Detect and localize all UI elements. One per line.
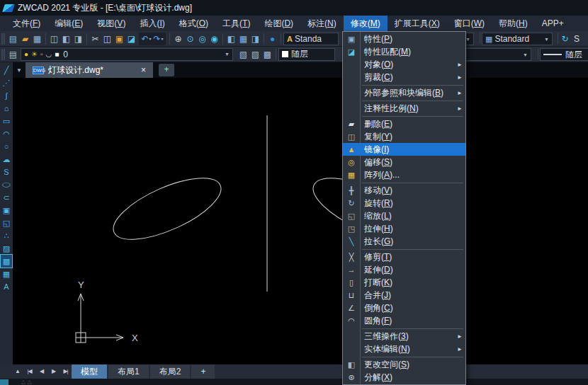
plot-icon[interactable]: ◨ bbox=[72, 33, 84, 45]
menu-dimension[interactable]: 标注(N) bbox=[300, 16, 344, 31]
menu-item-extend[interactable]: →延伸(D) bbox=[343, 263, 465, 276]
document-tab-active[interactable]: DWG 灯球设计.dwg* × bbox=[26, 62, 153, 78]
menu-help[interactable]: 帮助(H) bbox=[492, 16, 535, 31]
layer-combo[interactable]: ●☀▫◡■ 0 ▼ bbox=[21, 48, 233, 61]
ellipse-left[interactable] bbox=[106, 166, 229, 252]
menu-app-plus[interactable]: APP+ bbox=[535, 16, 571, 31]
make-object-layer-current-icon[interactable]: ▧ bbox=[237, 48, 249, 61]
chevron-down-icon[interactable]: ▼ bbox=[222, 52, 230, 57]
print-icon[interactable]: ◫ bbox=[48, 33, 60, 45]
mtext-icon[interactable]: A bbox=[1, 280, 12, 293]
circle-icon[interactable]: ○ bbox=[1, 140, 12, 153]
menu-item-fillet[interactable]: ◠圆角(F) bbox=[343, 314, 465, 327]
menu-insert[interactable]: 插入(I) bbox=[132, 16, 171, 31]
help-icon[interactable]: ● bbox=[266, 33, 278, 45]
drawing-canvas[interactable]: YX bbox=[13, 78, 588, 364]
menu-item-3d-operations[interactable]: 三维操作(3)► bbox=[343, 330, 465, 343]
menu-item-solids-editing[interactable]: 实体编辑(N)► bbox=[343, 343, 465, 355]
menu-item-xref-and-block-editing[interactable]: 外部参照和块编辑(B)► bbox=[343, 86, 465, 99]
menu-draw[interactable]: 绘图(D) bbox=[257, 16, 300, 31]
toolbar-grip[interactable] bbox=[1, 33, 5, 45]
layer-previous-icon[interactable]: ▨ bbox=[249, 48, 261, 61]
design-center-icon[interactable]: ▦ bbox=[237, 33, 249, 45]
polyline-icon[interactable]: ∫ bbox=[1, 89, 12, 102]
pan-icon[interactable]: ⊕ bbox=[172, 33, 184, 45]
chevron-down-icon[interactable]: ▼ bbox=[541, 37, 549, 42]
menu-item-array[interactable]: ▦阵列(A)... bbox=[343, 168, 465, 181]
menu-item-join[interactable]: ⊔合并(J) bbox=[343, 289, 465, 301]
tool-palettes-icon[interactable]: ◨ bbox=[249, 33, 261, 45]
open-file-icon[interactable]: ▰ bbox=[19, 33, 31, 45]
menu-tools[interactable]: 工具(T) bbox=[215, 16, 257, 31]
menu-view[interactable]: 视图(V) bbox=[90, 16, 132, 31]
rectangle-icon[interactable]: ▭ bbox=[1, 115, 12, 127]
ellipse-icon[interactable]: ◯ bbox=[1, 178, 12, 191]
arc-icon[interactable]: ◠ bbox=[1, 127, 12, 140]
tab-menu-button[interactable]: ▲ bbox=[11, 366, 23, 377]
menu-item-trim[interactable]: ╳修剪(T) bbox=[343, 251, 465, 263]
redo-icon[interactable]: ↷▾ bbox=[152, 33, 164, 45]
copy-icon[interactable]: ◫ bbox=[101, 33, 113, 45]
menu-format[interactable]: 格式(O) bbox=[172, 16, 215, 31]
menu-item-stretch[interactable]: ◳拉伸(H) bbox=[343, 222, 465, 235]
cut-icon[interactable]: ✂ bbox=[89, 33, 101, 45]
toolbar-grip[interactable] bbox=[1, 49, 5, 60]
standard-style-combo[interactable]: ▦ Standard ▼ bbox=[482, 33, 553, 45]
tab-new-layout[interactable]: + bbox=[191, 364, 215, 379]
menu-item-erase[interactable]: ▰删除(E) bbox=[343, 117, 465, 130]
chevron-down-icon[interactable]: ▾ bbox=[162, 33, 164, 45]
menu-item-scale[interactable]: ◱缩放(L) bbox=[343, 209, 465, 222]
make-block-icon[interactable]: ◱ bbox=[1, 217, 12, 229]
menu-item-annotative-scale[interactable]: 注释性比例(N)► bbox=[343, 102, 465, 115]
last-tab-button[interactable]: ▶| bbox=[60, 366, 72, 377]
next-tab-button[interactable]: ▶ bbox=[47, 366, 60, 377]
tab-layout2[interactable]: 布局2 bbox=[150, 364, 191, 379]
ellipse-arc-icon[interactable]: ⊂ bbox=[1, 191, 12, 204]
sync-style-icon[interactable]: ↻ bbox=[559, 33, 571, 45]
menu-item-offset[interactable]: ◎偏移(S) bbox=[343, 156, 465, 168]
text-style-combo[interactable]: A Standa bbox=[283, 33, 339, 45]
menu-item-lengthen[interactable]: ╲拉长(G) bbox=[343, 235, 465, 248]
tab-model[interactable]: 模型 bbox=[72, 364, 107, 379]
gradient-icon[interactable]: ▩ bbox=[1, 255, 12, 268]
table-icon[interactable]: ▦ bbox=[1, 268, 12, 280]
menu-item-move[interactable]: ╋移动(V) bbox=[343, 184, 465, 197]
close-document-icon[interactable]: × bbox=[127, 65, 146, 75]
menu-item-clip[interactable]: 剪裁(C)► bbox=[343, 71, 465, 84]
chevron-down-icon[interactable]: ▼ bbox=[520, 52, 528, 57]
layer-manager-icon[interactable]: ▤ bbox=[7, 48, 19, 61]
menu-item-rotate[interactable]: ↻旋转(R) bbox=[343, 197, 465, 209]
document-list-icon[interactable]: ▼ bbox=[13, 67, 26, 74]
hatch-icon[interactable]: ▨ bbox=[1, 242, 12, 255]
insert-block-icon[interactable]: ▣ bbox=[1, 204, 12, 217]
properties-palette-icon[interactable]: ◧ bbox=[225, 33, 237, 45]
menu-item-copy[interactable]: ◫复制(Y) bbox=[343, 130, 465, 143]
zoom-previous-icon[interactable]: ◉ bbox=[208, 33, 220, 45]
menu-modify[interactable]: 修改(M) bbox=[344, 16, 388, 31]
save-icon[interactable]: ▦ bbox=[31, 33, 43, 45]
color-combo[interactable]: 随层 bbox=[278, 48, 335, 61]
menu-item-properties[interactable]: ▣特性(P) bbox=[343, 33, 465, 45]
menu-window[interactable]: 窗口(W) bbox=[447, 16, 492, 31]
point-icon[interactable]: ∴ bbox=[1, 229, 12, 242]
polygon-icon[interactable]: ⌂ bbox=[1, 102, 12, 115]
lineweight-combo[interactable]: 随层 bbox=[540, 48, 588, 61]
menu-item-object[interactable]: 对象(O)► bbox=[343, 58, 465, 71]
new-document-button[interactable]: + bbox=[159, 64, 174, 76]
spline-icon[interactable]: S bbox=[1, 166, 12, 178]
revision-cloud-icon[interactable]: ☁ bbox=[1, 153, 12, 166]
menu-item-chamfer[interactable]: ∠倒角(C) bbox=[343, 301, 465, 314]
menu-item-mirror[interactable]: ▲镜像(I) bbox=[343, 143, 465, 156]
construction-line-icon[interactable]: ⋰ bbox=[1, 76, 12, 89]
status-icon[interactable] bbox=[0, 379, 9, 385]
zoom-window-icon[interactable]: ◎ bbox=[196, 33, 208, 45]
new-file-icon[interactable]: ▤ bbox=[7, 33, 19, 45]
chevron-down-icon[interactable]: ▾ bbox=[149, 33, 152, 45]
menu-express-tools[interactable]: 扩展工具(X) bbox=[388, 16, 447, 31]
print-preview-icon[interactable]: ◧ bbox=[60, 33, 72, 45]
paste-icon[interactable]: ▣ bbox=[113, 33, 125, 45]
layer-states-icon[interactable]: ▩ bbox=[261, 48, 273, 61]
menu-edit[interactable]: 编辑(E) bbox=[47, 16, 90, 31]
line-icon[interactable]: ╱ bbox=[1, 64, 12, 76]
menu-file[interactable]: 文件(F) bbox=[6, 16, 47, 31]
